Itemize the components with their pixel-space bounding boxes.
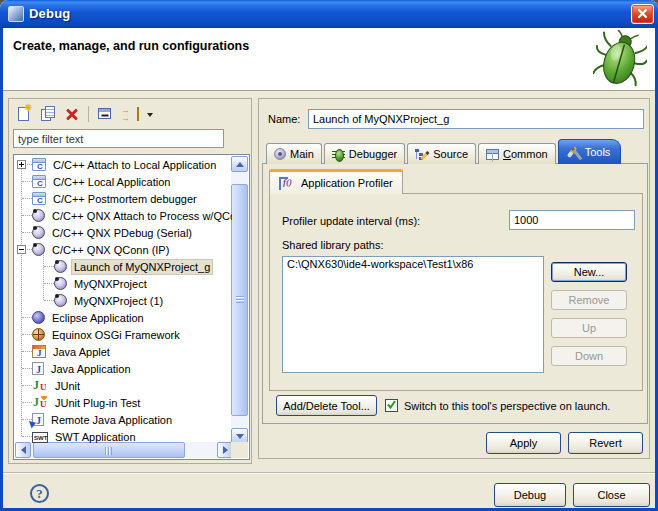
tree-item[interactable]: C/C++ QNX PDebug (Serial) xyxy=(15,224,232,241)
revert-button[interactable]: Revert xyxy=(568,432,643,454)
vertical-scrollbar-thumb[interactable] xyxy=(231,184,248,416)
close-button[interactable]: Close xyxy=(573,483,650,507)
window-close-button[interactable] xyxy=(631,4,654,24)
dialog-header: Create, manage, and run configurations xyxy=(3,28,655,91)
apply-button[interactable]: Apply xyxy=(486,432,561,454)
tree-item-label: C/C++ QNX QConn (IP) xyxy=(50,243,171,257)
eclipse-app-icon xyxy=(32,311,45,324)
tab-tools[interactable]: Tools xyxy=(558,139,622,164)
tree-item[interactable]: C/C++ Attach to Local Application xyxy=(15,156,232,173)
tree-item-label: C/C++ QNX Attach to Process w/QCo xyxy=(50,209,232,223)
tab-debugger[interactable]: Debugger xyxy=(324,143,405,164)
filter-menu-caret-icon[interactable] xyxy=(147,113,153,120)
tree-item-label: C/C++ Postmortem debugger xyxy=(51,192,199,206)
tree-item[interactable]: Equinox OSGi Framework xyxy=(15,326,232,343)
debug-dialog: Debug Create, manage, and run configurat… xyxy=(0,0,658,511)
source-tab-icon xyxy=(415,148,429,161)
tab-bar: MainDebuggerSourceCommonTools xyxy=(266,139,621,164)
tree-item[interactable]: Launch of MyQNXProject_g xyxy=(15,258,232,275)
help-button[interactable]: ? xyxy=(30,484,49,503)
tree-item[interactable]: C/C++ QNX Attach to Process w/QCo xyxy=(15,207,232,224)
collapse-all-button[interactable] xyxy=(96,106,114,123)
checkmark-icon xyxy=(386,399,397,412)
tree-item[interactable]: MyQNXProject (1) xyxy=(15,292,232,309)
common-tab-icon xyxy=(486,149,499,160)
tree-item[interactable]: Eclipse Application xyxy=(15,309,232,326)
scroll-up-button[interactable] xyxy=(231,156,248,172)
delete-configuration-button[interactable] xyxy=(63,106,81,123)
java-app-icon xyxy=(32,362,44,375)
up-button: Up xyxy=(551,318,627,338)
tree-item-label: Equinox OSGi Framework xyxy=(50,328,182,342)
debug-button[interactable]: Debug xyxy=(494,483,566,507)
expand-icon[interactable] xyxy=(17,160,26,169)
tab-application-profiler[interactable]: Application Profiler xyxy=(269,169,403,194)
toolbar-separator xyxy=(88,106,89,122)
configuration-tree: C/C++ Attach to Local ApplicationC/C++ L… xyxy=(13,154,250,460)
shared-library-paths-label: Shared library paths: xyxy=(282,239,384,251)
close-icon xyxy=(637,8,648,21)
tree-item-label: JUnit xyxy=(53,379,82,393)
tab-label: Debugger xyxy=(349,148,397,160)
tree-item-label: C/C++ QNX PDebug (Serial) xyxy=(50,226,194,240)
name-label: Name: xyxy=(268,113,300,125)
tree-item-label: MyQNXProject (1) xyxy=(72,294,165,308)
tree-item[interactable]: JUnit xyxy=(15,377,232,394)
library-path-item[interactable]: C:\QNX630\ide4-workspace\Test1\x86 xyxy=(283,257,543,271)
tree-item[interactable]: C/C++ QNX QConn (IP) xyxy=(15,241,232,258)
qnx-target-icon xyxy=(54,294,67,307)
qnx-target-icon xyxy=(32,243,45,256)
tree-item-label: Eclipse Application xyxy=(50,311,146,325)
tree-item-label: SWT Application xyxy=(53,430,138,444)
configuration-tree-rows: C/C++ Attach to Local ApplicationC/C++ L… xyxy=(15,156,232,443)
duplicate-configuration-button[interactable] xyxy=(39,106,57,123)
window-icon[interactable] xyxy=(8,6,24,22)
scroll-left-button[interactable] xyxy=(15,442,31,458)
tree-item-label: Remote Java Application xyxy=(49,413,174,427)
library-paths-list[interactable]: C:\QNX630\ide4-workspace\Test1\x86 xyxy=(282,256,544,373)
add-delete-tool-button[interactable]: Add/Delete Tool... xyxy=(276,395,377,416)
remove-button: Remove xyxy=(551,290,627,310)
tree-item-label: Java Applet xyxy=(51,345,112,359)
name-input[interactable] xyxy=(308,109,644,129)
tree-horizontal-scrollbar[interactable] xyxy=(15,442,233,458)
profiler-interval-input[interactable] xyxy=(509,210,635,230)
tree-item[interactable]: Remote Java Application xyxy=(15,411,232,428)
tree-item[interactable]: SWT Application xyxy=(15,428,232,443)
dialog-header-message: Create, manage, and run configurations xyxy=(13,39,249,53)
tree-item[interactable]: C/C++ Postmortem debugger xyxy=(15,190,232,207)
window-title: Debug xyxy=(29,6,70,21)
tab-source[interactable]: Source xyxy=(407,143,476,164)
filter-input[interactable] xyxy=(13,129,224,148)
collapse-all-icon xyxy=(98,108,111,119)
cpp-app-icon xyxy=(32,192,46,205)
qnx-target-icon xyxy=(54,260,67,273)
tree-item[interactable]: C/C++ Local Application xyxy=(15,173,232,190)
tree-item[interactable]: Java Application xyxy=(15,360,232,377)
tab-main[interactable]: Main xyxy=(266,143,322,164)
tab-label: Source xyxy=(433,148,468,160)
new-configuration-button[interactable]: ✷ xyxy=(15,106,33,123)
tab-label: Main xyxy=(290,148,314,160)
tree-vertical-scrollbar[interactable] xyxy=(231,156,248,444)
tree-item[interactable]: Java Applet xyxy=(15,343,232,360)
tree-item-label: C/C++ Attach to Local Application xyxy=(51,158,218,172)
qnx-target-icon xyxy=(54,277,67,290)
window-frame-left xyxy=(0,28,3,511)
perspective-checkbox[interactable] xyxy=(385,399,398,412)
new-button[interactable]: New... xyxy=(551,262,627,282)
qnx-target-icon xyxy=(32,226,45,239)
tree-item-label: JUnit Plug-in Test xyxy=(53,396,142,410)
profiler-icon xyxy=(279,177,296,189)
tree-item[interactable]: JUnit Plug-in Test xyxy=(15,394,232,411)
cpp-app-icon xyxy=(32,158,46,171)
collapse-icon[interactable] xyxy=(17,245,26,254)
tab-label: Common xyxy=(503,148,548,160)
tree-item[interactable]: MyQNXProject xyxy=(15,275,232,292)
profiler-interval-label: Profiler update interval (ms): xyxy=(282,215,420,227)
tree-item-label: MyQNXProject xyxy=(72,277,149,291)
qnx-target-icon xyxy=(32,209,45,222)
filter-button[interactable]: → → xyxy=(121,106,143,123)
horizontal-scrollbar-thumb[interactable] xyxy=(33,442,185,458)
tab-common[interactable]: Common xyxy=(478,143,556,164)
